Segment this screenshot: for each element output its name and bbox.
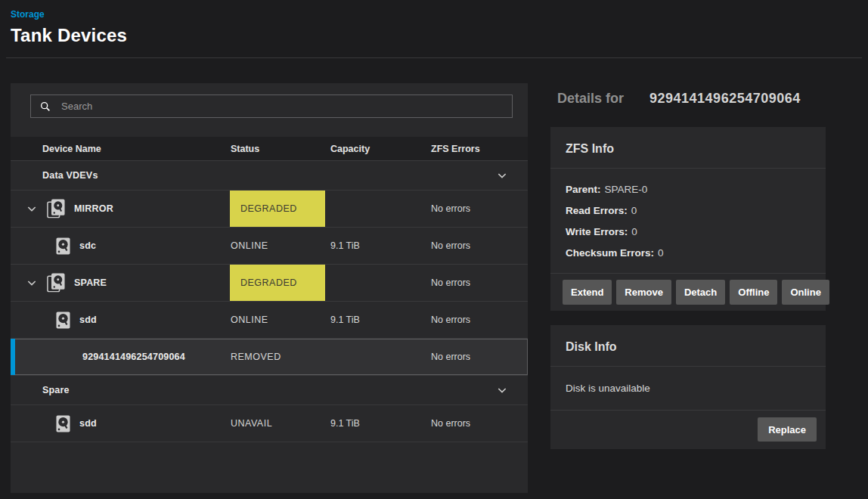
mirror-vdev-icon [47, 273, 65, 293]
search-box[interactable] [30, 95, 513, 118]
zfs-errors-value: No errors [431, 302, 528, 338]
zfs-errors-value: No errors [431, 339, 528, 375]
details-device-id: 9294141496254709064 [649, 91, 801, 107]
table-body: Data VDEVsMIRRORDEGRADEDNo errorssdcONLI… [11, 161, 528, 442]
zfs-info-fields: Parent:SPARE-0Read Errors:0Write Errors:… [550, 169, 826, 274]
table-row[interactable]: sdcONLINE9.1 TiBNo errors [11, 228, 528, 265]
device-name: sdd [79, 418, 97, 429]
detach-button[interactable]: Detach [676, 280, 725, 305]
details-panel: Details for 9294141496254709064 ZFS Info… [550, 83, 826, 449]
zfs-errors-value: No errors [431, 265, 528, 301]
device-name-cell: sdc [11, 228, 230, 264]
main-content: Device Name Status Capacity ZFS Errors D… [11, 83, 868, 493]
capacity-value [325, 339, 431, 375]
device-name-cell: Data VDEVs [11, 161, 230, 190]
device-name-cell: MIRROR [11, 191, 230, 227]
column-zfs-errors: ZFS Errors [431, 144, 528, 154]
device-name: sdd [79, 315, 97, 325]
chevron-down-icon[interactable] [26, 277, 38, 289]
status-badge: UNAVAIL [230, 405, 325, 442]
details-for-label: Details for [557, 91, 624, 107]
disk-icon [56, 237, 70, 255]
column-capacity: Capacity [325, 144, 431, 154]
device-name: Spare [42, 385, 70, 395]
table-row[interactable]: SPAREDEGRADEDNo errors [11, 265, 528, 302]
devices-panel: Device Name Status Capacity ZFS Errors D… [11, 83, 528, 493]
zfs-actions: ExtendRemoveDetachOfflineOnline [550, 274, 826, 311]
capacity-value [325, 265, 431, 301]
zfs-errors-value: No errors [431, 228, 528, 264]
replace-button[interactable]: Replace [758, 417, 817, 442]
capacity-value: 9.1 TiB [325, 405, 431, 442]
page-header: Storage Tank Devices [0, 0, 868, 46]
column-device-name: Device Name [11, 144, 230, 154]
device-name-cell: Spare [11, 376, 230, 404]
group-row[interactable]: Data VDEVs [11, 161, 528, 191]
table-row[interactable]: sddUNAVAIL9.1 TiBNo errors [11, 405, 528, 442]
table-header: Device Name Status Capacity ZFS Errors [11, 137, 528, 161]
extend-button[interactable]: Extend [563, 280, 612, 305]
status-badge: ONLINE [230, 228, 325, 264]
table-row[interactable]: 9294141496254709064REMOVEDNo errors [11, 339, 528, 376]
mirror-vdev-icon [47, 199, 65, 219]
zfs-errors-value: No errors [431, 191, 528, 227]
capacity-value [325, 191, 431, 227]
device-name: sdc [79, 240, 96, 251]
group-row[interactable]: Spare [11, 376, 528, 405]
table-row[interactable]: MIRRORDEGRADEDNo errors [11, 191, 528, 228]
disk-info-title: Disk Info [550, 325, 826, 367]
zfs-info-field: Parent:SPARE-0 [566, 179, 811, 200]
table-row[interactable]: sddONLINE9.1 TiBNo errors [11, 302, 528, 339]
disk-info-message: Disk is unavailable [550, 367, 826, 411]
zfs-info-card: ZFS Info Parent:SPARE-0Read Errors:0Writ… [550, 127, 826, 311]
disk-info-card: Disk Info Disk is unavailable Replace [550, 325, 826, 449]
zfs-info-field: Checksum Errors:0 [566, 243, 811, 264]
device-name: 9294141496254709064 [82, 352, 185, 362]
chevron-down-icon[interactable] [26, 203, 38, 215]
zfs-info-field: Read Errors:0 [566, 200, 811, 222]
disk-icon [56, 311, 70, 329]
device-name-cell: SPARE [11, 265, 230, 301]
offline-button[interactable]: Offline [730, 280, 777, 305]
device-name: SPARE [74, 277, 107, 288]
disk-info-footer: Replace [550, 411, 826, 449]
status-badge: DEGRADED [230, 265, 325, 301]
zfs-errors-value: No errors [431, 405, 528, 442]
device-name-cell: sdd [11, 302, 230, 338]
capacity-value: 9.1 TiB [325, 228, 431, 264]
online-button[interactable]: Online [782, 280, 829, 305]
chevron-down-icon[interactable] [496, 384, 508, 396]
column-status: Status [230, 144, 325, 154]
status-badge: ONLINE [230, 302, 325, 338]
device-name: MIRROR [74, 203, 113, 214]
device-name-cell: sdd [11, 405, 230, 442]
status-badge: DEGRADED [230, 191, 325, 227]
device-name: Data VDEVs [42, 170, 98, 181]
status-badge: REMOVED [230, 339, 325, 375]
details-heading: Details for 9294141496254709064 [557, 91, 826, 107]
header-divider [6, 57, 862, 58]
page-title: Tank Devices [11, 25, 857, 46]
search-icon [39, 101, 51, 113]
breadcrumb-storage[interactable]: Storage [11, 9, 857, 20]
search-input[interactable] [60, 100, 504, 113]
capacity-value: 9.1 TiB [325, 302, 431, 338]
device-name-cell: 9294141496254709064 [11, 339, 230, 375]
remove-button[interactable]: Remove [616, 280, 671, 305]
chevron-down-icon[interactable] [496, 169, 508, 181]
zfs-info-field: Write Errors:0 [566, 222, 811, 243]
zfs-info-title: ZFS Info [550, 127, 826, 169]
search-area [11, 83, 528, 137]
disk-icon [56, 415, 70, 432]
